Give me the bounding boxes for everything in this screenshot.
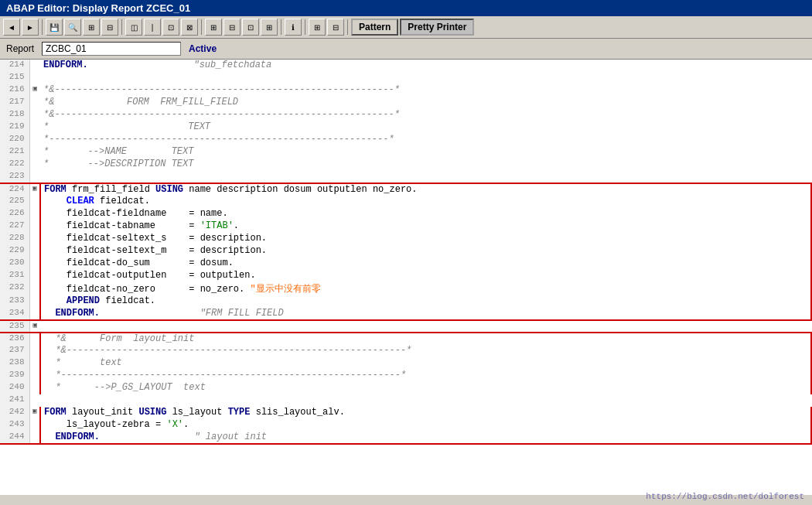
tb14[interactable]: ⊞ <box>309 19 326 36</box>
table-row: 233 APPEND fieldcat. <box>0 295 811 308</box>
table-row: 214ENDFORM. "sub_fetchdata <box>0 60 811 72</box>
status-label: Active <box>189 43 217 54</box>
table-row: 228 fieldcat-seltext_s = description. <box>0 233 811 245</box>
table-row: 240 * -->P_GS_LAYOUT text <box>0 382 811 394</box>
tb11[interactable]: ⊡ <box>242 19 259 36</box>
table-row: 224▣FORM frm_fill_field USING name descr… <box>0 183 811 196</box>
table-row: 215 <box>0 72 811 84</box>
table-row: 238 * text <box>0 357 811 370</box>
report-input[interactable] <box>42 42 181 56</box>
watermark: https://blog.csdn.net/dolforest <box>646 492 804 495</box>
table-row: 242▣FORM layout_init USING ls_layout TYP… <box>0 407 811 419</box>
table-row: 223 <box>0 171 811 183</box>
table-row: 216▣*&----------------------------------… <box>0 84 811 97</box>
forward-button[interactable]: ► <box>22 19 39 36</box>
tb8[interactable]: ⊠ <box>181 19 198 36</box>
find-button[interactable]: 🔍 <box>64 19 81 36</box>
pattern-button[interactable]: Pattern <box>351 19 398 36</box>
tb3[interactable]: ⊞ <box>83 19 100 36</box>
back-button[interactable]: ◄ <box>3 19 20 36</box>
editor-area[interactable]: 214ENDFORM. "sub_fetchdata215 216▣*&----… <box>0 60 812 495</box>
table-row: 229 fieldcat-seltext_m = description. <box>0 245 811 258</box>
table-row: 236 *& Form layout_init <box>0 333 811 345</box>
report-bar: Report Active <box>0 39 812 60</box>
tb15[interactable]: ⊟ <box>327 19 344 36</box>
table-row: 225 CLEAR fieldcat. <box>0 196 811 208</box>
table-row: 243 ls_layout-zebra = 'X'. <box>0 419 811 432</box>
table-row: 234 ENDFORM. "FRM FILL FIELD <box>0 308 811 320</box>
tb6[interactable]: | <box>144 19 161 36</box>
report-label: Report <box>6 43 34 54</box>
table-row: 227 fieldcat-tabname = 'ITAB'. <box>0 220 811 233</box>
tb12[interactable]: ⊞ <box>261 19 278 36</box>
tb7[interactable]: ⊡ <box>162 19 179 36</box>
table-row: 218*&-----------------------------------… <box>0 109 811 121</box>
table-row: 232 fieldcat-no_zero = no_zero. "显示中没有前零 <box>0 282 811 295</box>
table-row: 217*& FORM FRM_FILL_FIELD <box>0 97 811 109</box>
table-row: 221* -->NAME TEXT <box>0 146 811 159</box>
table-row: 235▣ <box>0 320 811 333</box>
title-bar: ABAP Editor: Display Report ZCEC_01 <box>0 0 812 16</box>
table-row: 239 *-----------------------------------… <box>0 370 811 382</box>
table-row: 244 ENDFORM. " layout init <box>0 432 811 444</box>
tb4[interactable]: ⊟ <box>101 19 118 36</box>
pretty-printer-button[interactable]: Pretty Printer <box>400 19 474 36</box>
table-row: 231 fieldcat-outputlen = outputlen. <box>0 270 811 282</box>
tb10[interactable]: ⊟ <box>223 19 241 36</box>
tb13[interactable]: ℹ <box>285 19 302 36</box>
tb5[interactable]: ◫ <box>125 19 142 36</box>
table-row: 219* TEXT <box>0 121 811 134</box>
table-row: 220*------------------------------------… <box>0 134 811 146</box>
table-row: 230 fieldcat-do_sum = dosum. <box>0 258 811 270</box>
table-row: 226 fieldcat-fieldname = name. <box>0 208 811 220</box>
save-button[interactable]: 💾 <box>46 19 63 36</box>
tb9[interactable]: ⊞ <box>205 19 222 36</box>
table-row: 222* -->DESCRIPTION TEXT <box>0 159 811 171</box>
table-row: 241 <box>0 394 811 407</box>
table-row: 237 *&----------------------------------… <box>0 345 811 357</box>
toolbar: ◄ ► 💾 🔍 ⊞ ⊟ ◫ | ⊡ ⊠ ⊞ ⊟ ⊡ ⊞ ℹ ⊞ ⊟ Patter… <box>0 16 812 39</box>
